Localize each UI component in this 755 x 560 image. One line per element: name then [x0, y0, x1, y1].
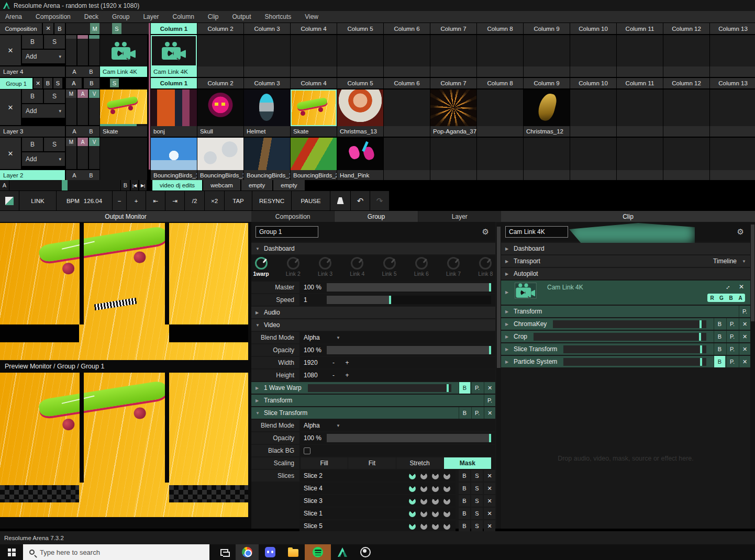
- layer-blend-dropdown[interactable]: Add▾: [22, 104, 65, 118]
- clip-slot[interactable]: BouncingBirds_15: [244, 138, 290, 181]
- width-decrease-button[interactable]: -: [327, 359, 340, 366]
- effect-particle-system[interactable]: ▶Particle SystemBP.✕: [501, 356, 750, 367]
- clip-slot[interactable]: [197, 35, 243, 77]
- section-audio[interactable]: ▶Audio: [251, 307, 495, 318]
- layer-video-fader[interactable]: V: [89, 89, 99, 125]
- layer-blend-dropdown[interactable]: Add▾: [22, 152, 65, 166]
- layer-faders[interactable]: [66, 35, 99, 65]
- layer-crossfade-a-button[interactable]: A: [72, 172, 76, 178]
- metronome-button[interactable]: [330, 191, 350, 210]
- scaling-option-fit[interactable]: Fit: [348, 457, 395, 469]
- column-header-2[interactable]: Column 2: [197, 23, 243, 34]
- width-increase-button[interactable]: +: [340, 359, 354, 366]
- slice-bypass-button[interactable]: B: [459, 483, 470, 494]
- slice-direction-icon[interactable]: [420, 510, 427, 517]
- slice-direction-icon[interactable]: [432, 485, 439, 492]
- slice-direction-icon[interactable]: [443, 523, 450, 530]
- clip-slot[interactable]: [477, 89, 523, 137]
- black-bg-checkbox[interactable]: [304, 447, 310, 454]
- clip-slot[interactable]: [477, 35, 523, 77]
- previous-deck-button[interactable]: |◀: [131, 180, 138, 191]
- slice-bypass-button[interactable]: B: [459, 495, 470, 507]
- opacity-value[interactable]: 100 %: [299, 434, 327, 442]
- effect-params-button[interactable]: P.: [726, 331, 738, 342]
- clip-slot[interactable]: BouncingBirds_20: [291, 138, 337, 181]
- slice-solo-button[interactable]: S: [471, 520, 483, 532]
- layer-active-clip-preview[interactable]: Skate: [100, 89, 147, 137]
- column-header-12[interactable]: Column 12: [663, 23, 709, 34]
- effect-transform[interactable]: ▶TransformP.: [251, 395, 495, 406]
- clip-slot[interactable]: Pop-Aganda_37: [430, 89, 476, 137]
- dashboard-knob-5[interactable]: Link 5: [380, 257, 399, 277]
- column-header-5[interactable]: Column 5: [337, 78, 383, 88]
- effect-slice-transform[interactable]: ▼Slice TransformBP.✕: [251, 407, 495, 419]
- master-fader-label[interactable]: M: [66, 89, 76, 98]
- nudge-up-button[interactable]: ⇥: [165, 191, 184, 210]
- undo-button[interactable]: ↶: [351, 191, 370, 210]
- clip-slot[interactable]: Skate: [291, 89, 337, 137]
- column-header-10[interactable]: Column 10: [570, 23, 616, 34]
- group-clear-button[interactable]: ✕: [34, 78, 42, 88]
- start-button[interactable]: [0, 544, 23, 560]
- source-thumbnail[interactable]: [515, 283, 537, 298]
- clip-slot[interactable]: [617, 35, 663, 77]
- layer-solo-button[interactable]: S: [44, 35, 65, 49]
- layer-name[interactable]: Layer 4: [0, 66, 65, 77]
- chevron-down-icon[interactable]: ▼: [336, 335, 340, 340]
- slice-direction-icon[interactable]: [432, 498, 439, 505]
- effect-mix-slider[interactable]: [534, 333, 706, 341]
- clip-slot[interactable]: [663, 138, 709, 181]
- scaling-option-stretch[interactable]: Stretch: [396, 457, 443, 469]
- slice-remove-button[interactable]: ✕: [484, 483, 495, 494]
- clip-slot[interactable]: BouncingBirds_13: [151, 138, 197, 181]
- dashboard-knob-3[interactable]: Link 3: [316, 257, 335, 277]
- slice-direction-icon[interactable]: [420, 473, 427, 479]
- bpm-halve-button[interactable]: /2: [185, 191, 204, 210]
- clip-slot[interactable]: Cam Link 4K: [151, 35, 197, 77]
- pause-button[interactable]: PAUSE: [292, 191, 330, 210]
- gear-icon[interactable]: ⚙: [482, 227, 489, 237]
- column-header-9[interactable]: Column 9: [524, 23, 570, 34]
- effect-bypass-button[interactable]: B: [714, 356, 725, 367]
- composition-bypass-button[interactable]: B: [54, 23, 65, 34]
- close-icon[interactable]: ✕: [739, 283, 744, 290]
- clip-slot[interactable]: [430, 138, 476, 181]
- clip-slot[interactable]: Christmas_13: [337, 89, 383, 137]
- effect-mix-slider[interactable]: [553, 320, 706, 328]
- layer-crossfade-a-button[interactable]: A: [72, 128, 76, 135]
- opacity-slider[interactable]: [327, 346, 491, 354]
- file-explorer-button[interactable]: [282, 544, 305, 560]
- width-value[interactable]: 1920: [299, 359, 327, 366]
- column-header-3[interactable]: Column 3: [244, 23, 290, 34]
- task-view-button[interactable]: [213, 544, 236, 560]
- composition-clear-button[interactable]: ✕: [43, 23, 53, 34]
- slice-remove-button[interactable]: ✕: [484, 495, 495, 507]
- dashboard-knob-4[interactable]: Link 4: [348, 257, 367, 277]
- master-fader-label[interactable]: M: [66, 138, 76, 146]
- channel-b-button[interactable]: B: [726, 294, 736, 302]
- obs-button[interactable]: [354, 544, 377, 560]
- tab-composition[interactable]: Composition: [251, 211, 334, 222]
- group-solo-button[interactable]: S: [53, 78, 62, 88]
- layer-crossfade-b-button[interactable]: B: [89, 128, 93, 135]
- group-crossfade-a-button[interactable]: A: [66, 78, 82, 88]
- bpm-display[interactable]: BPM126.04: [57, 191, 112, 210]
- clip-slot[interactable]: Skull: [197, 89, 243, 137]
- audio-fader-label[interactable]: A: [77, 138, 88, 146]
- column-header-6[interactable]: Column 6: [384, 23, 430, 34]
- channel-r-button[interactable]: R: [707, 294, 717, 302]
- clip-slot[interactable]: [430, 35, 476, 77]
- slice-direction-icon[interactable]: [409, 510, 416, 517]
- video-fader-label[interactable]: V: [89, 138, 99, 146]
- scaling-option-mask[interactable]: Mask: [444, 457, 491, 469]
- slice-direction-icon[interactable]: [420, 523, 427, 530]
- slice-item[interactable]: Slice 5: [299, 520, 456, 532]
- layer-active-clip-preview[interactable]: [100, 138, 147, 181]
- clip-slot[interactable]: [617, 138, 663, 181]
- slice-solo-button[interactable]: S: [471, 495, 483, 507]
- layer-crossfade-b-button[interactable]: B: [89, 69, 93, 75]
- slice-item[interactable]: Slice 3: [299, 495, 456, 507]
- group-solo-active-button[interactable]: S: [110, 79, 119, 87]
- clip-slot[interactable]: [663, 89, 709, 137]
- menu-item-arena[interactable]: Arena: [5, 13, 22, 20]
